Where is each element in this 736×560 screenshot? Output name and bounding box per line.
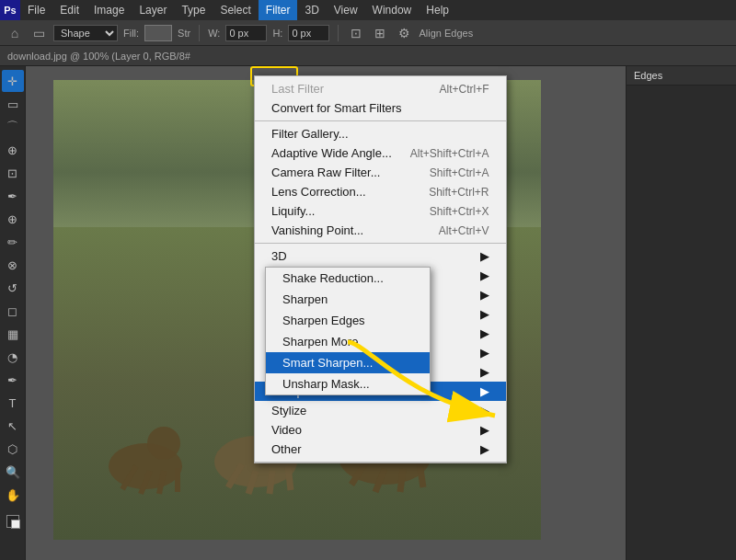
home-icon[interactable]: ⌂ <box>6 24 24 42</box>
menu-item-lens-correction[interactable]: Lens Correction... Shift+Ctrl+R <box>255 182 506 201</box>
svg-line-17 <box>420 463 423 487</box>
distort-arrow: ▶ <box>480 307 489 321</box>
menu-item-select[interactable]: Select <box>213 0 258 20</box>
render-arrow: ▶ <box>480 365 489 379</box>
menu-item-vanishing-point[interactable]: Vanishing Point... Alt+Ctrl+V <box>255 221 506 240</box>
menu-item-view[interactable]: View <box>327 0 365 20</box>
tool-eraser[interactable]: ◻ <box>2 300 24 322</box>
tool-eyedropper[interactable]: ✒ <box>2 185 24 207</box>
menu-item-liquify[interactable]: Liquify... Shift+Ctrl+X <box>255 201 506 221</box>
menu-item-stylize[interactable]: Stylize ▶ <box>255 401 506 420</box>
tool-crop[interactable]: ⊡ <box>2 162 24 184</box>
menu-item-image[interactable]: Image <box>86 0 132 20</box>
settings-icon[interactable]: ⚙ <box>395 24 413 42</box>
height-input[interactable] <box>288 25 329 41</box>
app-icon-text: Ps <box>4 5 16 16</box>
shape-select[interactable]: Shape <box>53 25 118 41</box>
main-area: ✛ ▭ ⌒ ⊕ ⊡ ✒ ⊕ ✏ ⊗ ↺ ◻ ▦ ◔ ✒ T ↖ ⬡ 🔍 ✋ <box>0 66 736 560</box>
doc-bar: download.jpg @ 100% (Layer 0, RGB/8# <box>0 46 736 66</box>
menu-item-help[interactable]: Help <box>419 0 456 20</box>
tool-brush[interactable]: ✏ <box>2 231 24 253</box>
fill-label: Fill: <box>123 28 139 39</box>
svg-line-11 <box>288 466 291 490</box>
submenu-sharpen[interactable]: Sharpen <box>266 289 430 310</box>
tool-quick-select[interactable]: ⊕ <box>2 139 24 161</box>
menu-item-last-filter[interactable]: Last Filter Alt+Ctrl+F <box>255 79 506 98</box>
tool-zoom[interactable]: 🔍 <box>2 461 24 483</box>
tool-history[interactable]: ↺ <box>2 277 24 299</box>
menu-item-3d[interactable]: 3D <box>297 0 326 20</box>
left-toolbar: ✛ ▭ ⌒ ⊕ ⊡ ✒ ⊕ ✏ ⊗ ↺ ◻ ▦ ◔ ✒ T ↖ ⬡ 🔍 ✋ <box>0 66 26 560</box>
right-panel: Edges <box>626 66 736 560</box>
convert-smart-label: Convert for Smart Filters <box>271 101 402 115</box>
tool-gradient[interactable]: ▦ <box>2 323 24 345</box>
shape-icon[interactable]: ▭ <box>29 24 48 42</box>
vanishing-point-shortcut: Alt+Ctrl+V <box>439 224 489 237</box>
menu-item-window[interactable]: Window <box>365 0 420 20</box>
svg-point-1 <box>147 427 180 460</box>
menu-item-convert-smart[interactable]: Convert for Smart Filters <box>255 98 506 118</box>
tool-hand[interactable]: ✋ <box>2 484 24 506</box>
tool-dodge[interactable]: ◔ <box>2 346 24 368</box>
tool-healing[interactable]: ⊕ <box>2 208 24 230</box>
separator <box>199 25 200 41</box>
sharpen-submenu: Shake Reduction... Sharpen Sharpen Edges… <box>265 267 431 395</box>
camera-raw-shortcut: Shift+Ctrl+A <box>430 166 489 179</box>
stylize-arrow: ▶ <box>480 404 489 417</box>
width-input[interactable] <box>225 25 267 41</box>
submenu-smart-sharpen[interactable]: Smart Sharpen... <box>266 352 430 373</box>
menu-item-adaptive-wide[interactable]: Adaptive Wide Angle... Alt+Shift+Ctrl+A <box>255 143 506 163</box>
menu-item-type[interactable]: Type <box>174 0 213 20</box>
submenu-unsharp-mask[interactable]: Unsharp Mask... <box>266 373 430 394</box>
sharpen-arrow: ▶ <box>480 384 489 398</box>
video-arrow: ▶ <box>480 423 489 437</box>
adaptive-wide-shortcut: Alt+Shift+Ctrl+A <box>410 147 489 160</box>
menu-item-filter[interactable]: Filter <box>259 0 298 20</box>
tool-shape[interactable]: ⬡ <box>2 438 24 460</box>
3d-label: 3D <box>271 249 287 263</box>
other-arrow: ▶ <box>480 442 489 456</box>
liquify-shortcut: Shift+Ctrl+X <box>430 205 489 218</box>
right-panel-title: Edges <box>634 70 662 81</box>
menu-item-filter-gallery[interactable]: Filter Gallery... <box>255 124 506 143</box>
tool-move[interactable]: ✛ <box>2 70 24 92</box>
toolbar: ⌂ ▭ Shape Fill: Str W: H: ⊡ ⊞ ⚙ Align Ed… <box>0 20 736 46</box>
menu-section-1: Last Filter Alt+Ctrl+F Convert for Smart… <box>255 76 506 121</box>
3d-arrow: ▶ <box>480 249 489 263</box>
menu-item-camera-raw[interactable]: Camera Raw Filter... Shift+Ctrl+A <box>255 163 506 182</box>
video-label: Video <box>271 423 302 437</box>
menu-item-layer[interactable]: Layer <box>132 0 174 20</box>
submenu-sharpen-edges[interactable]: Sharpen Edges <box>266 310 430 331</box>
submenu-sharpen-more[interactable]: Sharpen More <box>266 331 430 352</box>
menu-item-3d[interactable]: 3D ▶ <box>255 246 506 266</box>
lens-correction-shortcut: Shift+Ctrl+R <box>429 186 489 199</box>
camera-raw-label: Camera Raw Filter... <box>271 166 380 179</box>
menu-item-edit[interactable]: Edit <box>52 0 86 20</box>
tool-foreground-bg[interactable] <box>2 510 24 532</box>
distribute-icon[interactable]: ⊞ <box>371 24 389 42</box>
last-filter-label: Last Filter <box>271 82 324 96</box>
fill-swatch[interactable] <box>144 25 172 41</box>
tool-pen[interactable]: ✒ <box>2 369 24 391</box>
width-label: W: <box>208 28 220 39</box>
tool-clone[interactable]: ⊗ <box>2 254 24 276</box>
menu-item-other[interactable]: Other ▶ <box>255 440 506 459</box>
other-label: Other <box>271 442 302 456</box>
blur-arrow: ▶ <box>480 269 489 282</box>
svg-line-16 <box>400 469 403 492</box>
right-panel-header: Edges <box>627 66 736 86</box>
doc-title: download.jpg @ 100% (Layer 0, RGB/8# <box>7 51 190 62</box>
vanishing-point-label: Vanishing Point... <box>271 223 363 237</box>
separator-2 <box>338 25 339 41</box>
menu-item-video[interactable]: Video ▶ <box>255 420 506 440</box>
tool-marquee-rect[interactable]: ▭ <box>2 93 24 115</box>
submenu-shake-reduction[interactable]: Shake Reduction... <box>266 268 430 289</box>
menu-item-file[interactable]: File <box>20 0 52 20</box>
tool-type[interactable]: T <box>2 392 24 414</box>
stroke-label: Str <box>178 28 190 39</box>
align-icon[interactable]: ⊡ <box>347 24 365 42</box>
sharpen-submenu-container: Shake Reduction... Sharpen Sharpen Edges… <box>265 267 431 395</box>
tool-path-select[interactable]: ↖ <box>2 415 24 437</box>
menu-bar: Ps File Edit Image Layer Type Select Fil… <box>0 0 736 20</box>
tool-lasso[interactable]: ⌒ <box>2 116 24 138</box>
